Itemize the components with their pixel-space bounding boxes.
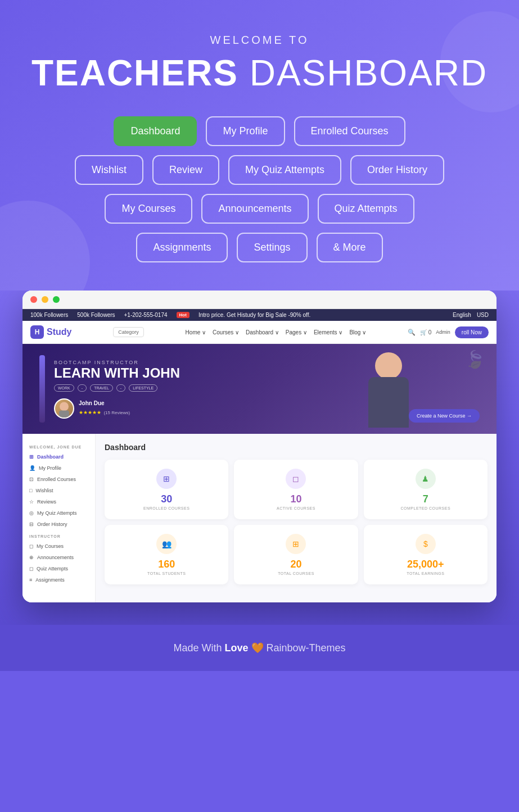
announcements-icon: ⊕ bbox=[29, 555, 34, 560]
sidebar-item-my-courses[interactable]: ◻ My Courses bbox=[22, 541, 95, 552]
tag-lifestyle: LIFESTYLE bbox=[129, 384, 157, 392]
stat-total-earnings: $ 25,000+ TOTAL EARNINGS bbox=[364, 525, 488, 584]
hero-title-regular: DASHBOARD bbox=[238, 53, 488, 93]
sidebar-item-reviews[interactable]: ☆ Reviews bbox=[22, 496, 95, 507]
nav-btn-order-history[interactable]: Order History bbox=[350, 155, 444, 185]
currency-select[interactable]: USD bbox=[477, 312, 489, 318]
sidebar-item-wishlist[interactable]: □ Wishlist bbox=[22, 485, 95, 496]
tag-separator1: - bbox=[78, 384, 87, 392]
nav-row-3: My Courses Announcements Quiz Attempts bbox=[105, 194, 414, 224]
nav-btn-announcements[interactable]: Announcements bbox=[201, 194, 308, 224]
bootcamp-label: BOOTCAMP INSTRUCTOR bbox=[54, 360, 180, 365]
top-bar: 100k Followers 500k Followers +1-202-555… bbox=[22, 309, 497, 321]
promo-text: Intro price. Get Histudy for Big Sale -9… bbox=[198, 312, 310, 318]
nav-btn-assignments[interactable]: Assignments bbox=[136, 233, 228, 262]
sidebar-welcome: WELCOME, JONE DUE bbox=[22, 441, 95, 451]
hero-person-figure bbox=[362, 352, 415, 434]
sidebar-assignments-label: Assignments bbox=[35, 577, 65, 583]
nav-row-4: Assignments Settings & More bbox=[136, 233, 382, 262]
assignments-icon: ≡ bbox=[29, 577, 32, 583]
nav-btn-my-quiz-attempts[interactable]: My Quiz Attempts bbox=[228, 155, 341, 185]
nav-blog[interactable]: Blog ∨ bbox=[349, 329, 366, 335]
sidebar-profile-label: My Profile bbox=[39, 465, 61, 471]
quiz-attempts-icon: ◻ bbox=[29, 566, 33, 571]
tag-work: WORK bbox=[54, 384, 74, 392]
stat-total-students: 👥 160 TOTAL STUDENTS bbox=[105, 525, 228, 584]
nav-pages[interactable]: Pages ∨ bbox=[286, 329, 307, 335]
students-stat-icon: 👥 bbox=[156, 534, 177, 554]
search-icon[interactable]: 🔍 bbox=[408, 329, 416, 336]
stat-enrolled-courses: ⊞ 30 ENROLLED COURSES bbox=[105, 460, 228, 519]
sidebar-item-quiz-attempts-instructor[interactable]: ◻ Quiz Attempts bbox=[22, 563, 95, 574]
dashboard-main: Dashboard ⊞ 30 ENROLLED COURSES ◻ 10 ACT… bbox=[96, 434, 497, 602]
sidebar-item-assignments[interactable]: ≡ Assignments bbox=[22, 574, 95, 586]
welcome-text: WELCOME TO bbox=[22, 34, 497, 47]
nav-btn-wishlist[interactable]: Wishlist bbox=[75, 155, 143, 185]
nav-btn-enrolled-courses[interactable]: Enrolled Courses bbox=[294, 116, 405, 146]
person-torso bbox=[368, 377, 409, 428]
dot-red bbox=[30, 296, 37, 303]
enrolled-icon: ⊡ bbox=[29, 477, 34, 482]
students-stat-label: TOTAL STUDENTS bbox=[111, 571, 222, 575]
nav-row-2: Wishlist Review My Quiz Attempts Order H… bbox=[75, 155, 444, 185]
stats-row-1: ⊞ 30 ENROLLED COURSES ◻ 10 ACTIVE COURSE… bbox=[105, 460, 488, 519]
footer-text-before: Made With bbox=[173, 642, 222, 654]
sidebar-item-my-profile[interactable]: 👤 My Profile bbox=[22, 462, 95, 474]
sidebar-item-announcements[interactable]: ⊕ Announcements bbox=[22, 552, 95, 563]
site-hero-banner: BOOTCAMP INSTRUCTOR LEARN WITH JOHN WORK… bbox=[22, 344, 497, 434]
avatar-svg bbox=[55, 398, 73, 419]
enroll-button[interactable]: roll Now bbox=[455, 326, 489, 338]
sidebar-dashboard-label: Dashboard bbox=[37, 454, 64, 460]
hot-badge: Hot bbox=[177, 312, 189, 318]
nav-btn-dashboard[interactable]: Dashboard bbox=[114, 116, 197, 146]
sidebar-item-order-history[interactable]: ⊟ Order History bbox=[22, 519, 95, 530]
dashboard-icon: ⊞ bbox=[29, 454, 34, 460]
sidebar-instructor-label: INSTRUCTOR bbox=[22, 530, 95, 541]
followers1: 100k Followers bbox=[30, 312, 68, 318]
earnings-stat-number: 25,000+ bbox=[371, 559, 481, 570]
nav-btn-my-profile[interactable]: My Profile bbox=[206, 116, 285, 146]
site-logo[interactable]: H Study bbox=[30, 325, 71, 339]
site-hero-content: BOOTCAMP INSTRUCTOR LEARN WITH JOHN WORK… bbox=[54, 360, 180, 419]
person-head bbox=[375, 352, 402, 379]
enrolled-stat-icon: ⊞ bbox=[156, 469, 177, 489]
nav-btn-more[interactable]: & More bbox=[317, 233, 383, 262]
sidebar-quiz-label: My Quiz Attempts bbox=[37, 510, 77, 516]
sidebar-item-dashboard[interactable]: ⊞ Dashboard bbox=[22, 451, 95, 462]
hero-tags: WORK - TRAVEL - LIFESTYLE bbox=[54, 384, 180, 392]
admin-label: Admin bbox=[436, 329, 450, 335]
completed-stat-label: COMPLETED COURSES bbox=[371, 506, 481, 510]
nav-btn-settings[interactable]: Settings bbox=[237, 233, 307, 262]
phone: +1-202-555-0174 bbox=[124, 312, 168, 318]
sidebar-item-quiz-attempts[interactable]: ◎ My Quiz Attempts bbox=[22, 507, 95, 519]
stats-row-2: 👥 160 TOTAL STUDENTS ⊞ 20 TOTAL COURSES … bbox=[105, 525, 488, 584]
nav-dashboard[interactable]: Dashboard ∨ bbox=[246, 329, 279, 335]
nav-btn-quiz-attempts[interactable]: Quiz Attempts bbox=[318, 194, 414, 224]
sidebar-announcements-label: Announcements bbox=[37, 555, 74, 560]
browser-mockup: 100k Followers 500k Followers +1-202-555… bbox=[22, 291, 497, 602]
reviews-icon: ☆ bbox=[29, 499, 34, 505]
footer-text-after: Rainbow-Themes bbox=[267, 642, 346, 654]
nav-btn-my-courses[interactable]: My Courses bbox=[105, 194, 192, 224]
sidebar-item-enrolled-courses[interactable]: ⊡ Enrolled Courses bbox=[22, 474, 95, 485]
wishlist-icon: □ bbox=[29, 488, 32, 493]
browser-wrap: 100k Followers 500k Followers +1-202-555… bbox=[0, 291, 519, 625]
sidebar-reviews-label: Reviews bbox=[37, 499, 56, 505]
lang-select[interactable]: English bbox=[453, 312, 471, 318]
sidebar-order-label: Order History bbox=[37, 521, 67, 527]
hero-title-bold: TEACHERS bbox=[31, 53, 238, 93]
nav-grid: Dashboard My Profile Enrolled Courses Wi… bbox=[22, 116, 497, 262]
total-courses-stat-label: TOTAL COURSES bbox=[241, 571, 351, 575]
tag-travel: TRAVEL bbox=[90, 384, 113, 392]
nav-elements[interactable]: Elements ∨ bbox=[314, 329, 342, 335]
nav-btn-review[interactable]: Review bbox=[152, 155, 219, 185]
category-btn[interactable]: Category bbox=[113, 327, 144, 337]
create-course-button[interactable]: Create a New Course → bbox=[409, 409, 480, 423]
students-stat-number: 160 bbox=[111, 559, 222, 570]
site-nav-links: Home ∨ Courses ∨ Dashboard ∨ Pages ∨ Ele… bbox=[186, 329, 367, 335]
cart-icon[interactable]: 🛒 0 bbox=[420, 329, 431, 335]
sidebar: WELCOME, JONE DUE ⊞ Dashboard 👤 My Profi… bbox=[22, 434, 96, 602]
active-stat-icon: ◻ bbox=[286, 469, 306, 489]
nav-home[interactable]: Home ∨ bbox=[186, 329, 206, 335]
nav-courses[interactable]: Courses ∨ bbox=[213, 329, 239, 335]
